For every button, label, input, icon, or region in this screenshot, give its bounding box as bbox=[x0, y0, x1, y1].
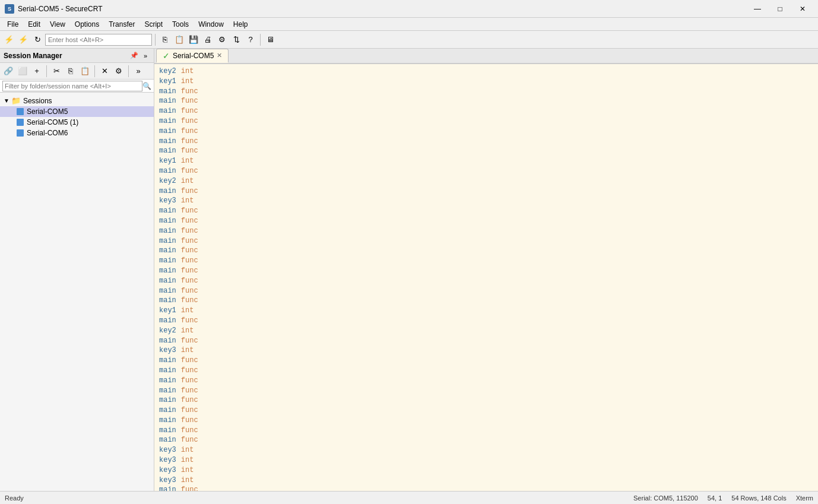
toolbar-connect-bar[interactable]: ⚡ bbox=[2, 33, 15, 46]
sidebar-more-btn[interactable]: » bbox=[132, 65, 145, 78]
toolbar-settings[interactable]: ⚙ bbox=[215, 33, 229, 46]
status-position: 54, 1 bbox=[708, 495, 722, 502]
menu-transfer[interactable]: Transfer bbox=[104, 19, 139, 30]
term-key: key2 bbox=[159, 66, 176, 77]
term-func: func bbox=[181, 186, 198, 196]
terminal-line: mainfunc bbox=[159, 286, 813, 296]
term-func: func bbox=[181, 356, 198, 366]
term-key: main bbox=[159, 276, 176, 286]
tab-label: Serial-COM5 bbox=[173, 52, 214, 60]
term-func: func bbox=[181, 106, 198, 116]
sidebar-paste-btn[interactable]: 📋 bbox=[78, 65, 91, 78]
term-key: main bbox=[159, 126, 176, 137]
app-icon: S bbox=[5, 4, 14, 14]
term-func: int bbox=[181, 476, 194, 486]
minimize-button[interactable]: — bbox=[747, 2, 768, 15]
tab-bar: ✓ Serial-COM5 ✕ bbox=[154, 49, 818, 64]
toolbar-extra[interactable]: 🖥 bbox=[264, 33, 277, 46]
term-func: func bbox=[181, 435, 198, 445]
menu-view[interactable]: View bbox=[45, 19, 70, 30]
session-icon bbox=[17, 129, 24, 137]
term-func: func bbox=[181, 236, 198, 246]
session-label: Serial-COM5 (1) bbox=[27, 118, 78, 126]
terminal-line: mainfunc bbox=[159, 216, 813, 226]
menu-help[interactable]: Help bbox=[229, 19, 253, 30]
session-item-com6[interactable]: Serial-COM6 bbox=[0, 128, 154, 138]
sidebar-expand-button[interactable]: » bbox=[141, 51, 150, 61]
search-icon: 🔍 bbox=[142, 82, 151, 90]
close-button[interactable]: ✕ bbox=[792, 2, 813, 15]
term-key: main bbox=[159, 236, 176, 246]
sessions-folder[interactable]: ▼ 📁 Sessions bbox=[0, 95, 154, 106]
term-func: func bbox=[181, 366, 198, 376]
toolbar-separator-2 bbox=[260, 34, 261, 46]
toolbar-paste[interactable]: 📋 bbox=[173, 33, 186, 46]
toolbar-help[interactable]: ? bbox=[244, 33, 257, 46]
folder-arrow: ▼ bbox=[4, 97, 9, 104]
term-func: int bbox=[181, 345, 194, 356]
term-key: main bbox=[159, 426, 176, 436]
term-key: key2 bbox=[159, 326, 176, 336]
sidebar-connect-btn[interactable]: 🔗 bbox=[2, 65, 15, 78]
window-controls: — □ ✕ bbox=[747, 2, 813, 15]
menu-options[interactable]: Options bbox=[70, 19, 104, 30]
menu-file[interactable]: File bbox=[2, 19, 23, 30]
term-key: key1 bbox=[159, 156, 176, 166]
session-filter-input[interactable] bbox=[2, 81, 142, 91]
tab-active-indicator: ✓ bbox=[163, 51, 170, 61]
term-key: main bbox=[159, 226, 176, 236]
term-key: key3 bbox=[159, 455, 176, 465]
sidebar-delete-btn[interactable]: ✕ bbox=[98, 65, 111, 78]
toolbar-reconnect[interactable]: ↻ bbox=[31, 33, 44, 46]
tab-serial-com5[interactable]: ✓ Serial-COM5 ✕ bbox=[156, 49, 229, 63]
sidebar-copy-btn[interactable]: ⎘ bbox=[64, 65, 77, 78]
term-key: main bbox=[159, 146, 176, 156]
terminal-line: mainfunc bbox=[159, 186, 813, 196]
term-func: func bbox=[181, 376, 198, 386]
sidebar-new-session-btn[interactable]: ⬜ bbox=[16, 65, 29, 78]
terminal-line: mainfunc bbox=[159, 116, 813, 126]
menu-tools[interactable]: Tools bbox=[167, 19, 194, 30]
term-func: int bbox=[181, 77, 194, 87]
maximize-button[interactable]: □ bbox=[769, 2, 791, 15]
session-item-com5[interactable]: Serial-COM5 bbox=[0, 106, 154, 117]
sidebar-toolbar: 🔗 ⬜ + ✂ ⎘ 📋 ✕ ⚙ » bbox=[0, 63, 154, 80]
term-key: main bbox=[159, 206, 176, 216]
terminal-line: mainfunc bbox=[159, 426, 813, 436]
term-key: main bbox=[159, 137, 176, 147]
toolbar-copy[interactable]: ⎘ bbox=[158, 33, 172, 46]
tab-close-button[interactable]: ✕ bbox=[217, 52, 222, 59]
term-key: main bbox=[159, 376, 176, 386]
sidebar-cut-btn[interactable]: ✂ bbox=[50, 65, 63, 78]
term-func: int bbox=[181, 156, 194, 166]
term-key: main bbox=[159, 356, 176, 366]
term-func: func bbox=[181, 116, 198, 126]
menu-window[interactable]: Window bbox=[194, 19, 229, 30]
toolbar-sftp[interactable]: ⇅ bbox=[230, 33, 243, 46]
menu-script[interactable]: Script bbox=[139, 19, 167, 30]
status-size: 54 Rows, 148 Cols bbox=[731, 495, 786, 502]
toolbar-disconnect[interactable]: ⚡ bbox=[17, 33, 30, 46]
sidebar-pin-button[interactable]: 📌 bbox=[129, 51, 139, 61]
host-input[interactable] bbox=[45, 34, 152, 46]
sidebar-add-btn[interactable]: + bbox=[30, 65, 43, 78]
term-func: func bbox=[181, 426, 198, 436]
terminal-line: mainfunc bbox=[159, 276, 813, 286]
terminal-line: key2int bbox=[159, 326, 813, 336]
terminal-line: key2int bbox=[159, 66, 813, 77]
term-func: func bbox=[181, 276, 198, 286]
status-ready: Ready bbox=[5, 495, 633, 502]
menu-edit[interactable]: Edit bbox=[23, 19, 45, 30]
toolbar-save[interactable]: 💾 bbox=[187, 33, 200, 46]
terminal-content[interactable]: key2intkey1intmainfuncmainfuncmainfuncma… bbox=[154, 64, 818, 491]
terminal-line: mainfunc bbox=[159, 366, 813, 376]
term-func: func bbox=[181, 485, 198, 491]
term-func: func bbox=[181, 137, 198, 147]
term-key: key3 bbox=[159, 445, 176, 455]
sidebar-properties-btn[interactable]: ⚙ bbox=[112, 65, 125, 78]
terminal-line: mainfunc bbox=[159, 126, 813, 137]
session-item-com5-1[interactable]: Serial-COM5 (1) bbox=[0, 117, 154, 128]
terminal-line: key3int bbox=[159, 476, 813, 486]
terminal-line: mainfunc bbox=[159, 356, 813, 366]
toolbar-print[interactable]: 🖨 bbox=[201, 33, 214, 46]
